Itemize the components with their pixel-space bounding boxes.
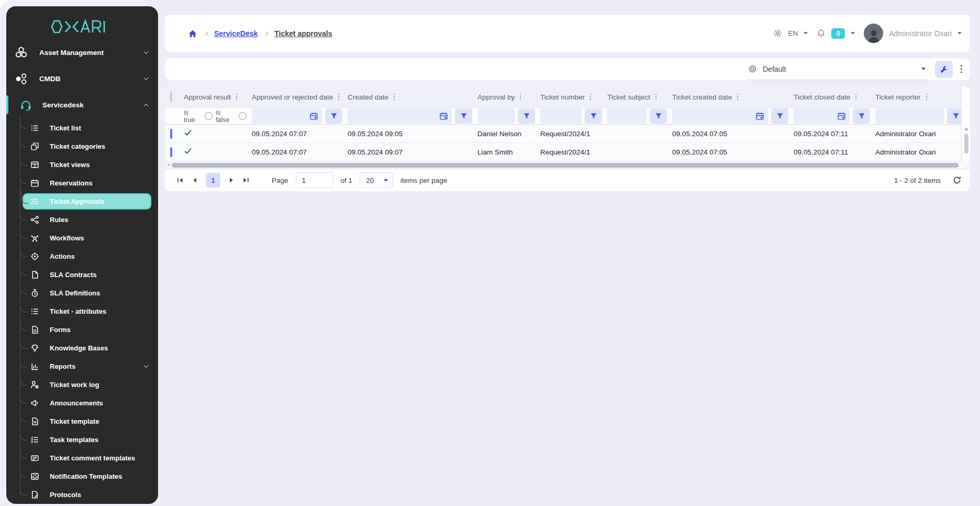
filter-button[interactable] — [853, 108, 870, 124]
column-menu-icon[interactable] — [926, 93, 928, 101]
last-page-icon[interactable] — [242, 177, 250, 184]
grid-filter-row: is true is false — [165, 108, 970, 125]
date-filter-input[interactable] — [794, 108, 850, 124]
sidebar-item-forms[interactable]: Forms — [6, 321, 158, 339]
filter-button[interactable] — [771, 108, 788, 124]
calendar-icon[interactable] — [309, 112, 318, 120]
column-menu-icon[interactable] — [519, 93, 521, 101]
sidebar-item-workflows[interactable]: Workflows — [6, 229, 158, 247]
breadcrumb-link-servicedesk[interactable]: ServiceDesk — [214, 29, 258, 38]
date-filter-input[interactable] — [348, 108, 452, 124]
sidebar-item-label: Ticket comment templates — [50, 454, 135, 462]
text-filter-input[interactable] — [607, 108, 647, 124]
first-page-icon[interactable] — [176, 177, 184, 184]
sidebar-item-label: Forms — [50, 326, 71, 334]
filter-ticket-created-date — [672, 108, 794, 124]
column-menu-icon[interactable] — [655, 93, 657, 101]
sidebar-item-cmdb[interactable]: CMDB — [6, 65, 158, 92]
bell-icon[interactable] — [817, 29, 826, 38]
sidebar-item-sla-contracts[interactable]: SLA Contracts — [6, 266, 158, 284]
table-row[interactable]: 09.05.2024 07:07 09.05.2024 09:07 Liam S… — [165, 143, 970, 161]
scroll-up-arrow[interactable] — [964, 127, 968, 130]
header-cell: Ticket number — [540, 93, 607, 101]
sidebar-item-ticket-list[interactable]: Ticket list — [6, 119, 158, 137]
sidebar-item-announcements[interactable]: Announcements — [6, 394, 158, 412]
header-cell: Ticket reporter — [875, 93, 970, 101]
radio-label: is true — [184, 109, 199, 124]
avatar[interactable] — [864, 24, 883, 43]
calendar-icon[interactable] — [439, 112, 448, 120]
calendar-icon[interactable] — [755, 112, 764, 120]
sidebar-item-servicedesk[interactable]: Servicedesk — [6, 92, 158, 118]
column-label: Ticket reporter — [875, 93, 921, 101]
previous-page-icon[interactable] — [191, 177, 198, 184]
filter-button[interactable] — [518, 108, 535, 124]
next-page-icon[interactable] — [228, 177, 235, 184]
horizontal-scrollbar — [165, 161, 970, 169]
current-page-button[interactable]: 1 — [206, 173, 220, 188]
sidebar-item-ticket-template[interactable]: Ticket template — [6, 412, 158, 431]
grid-settings-button[interactable] — [935, 61, 953, 78]
sidebar-item-reports[interactable]: Reports — [6, 357, 158, 376]
header-cell: Approval result — [184, 93, 252, 101]
sidebar-item-ticket-categories[interactable]: Ticket categories — [6, 137, 158, 156]
language-selector[interactable]: EN — [788, 29, 798, 37]
sidebar-item-reservations[interactable]: Reservations — [6, 174, 158, 192]
column-menu-icon[interactable] — [589, 93, 592, 101]
filter-button[interactable] — [650, 108, 667, 124]
scroll-left-arrow[interactable] — [167, 163, 170, 167]
page-size-select[interactable]: 20 — [360, 172, 393, 188]
sidebar-item-notification-templates[interactable]: Notification Templates — [6, 467, 158, 486]
view-selector-dropdown[interactable]: Default — [747, 59, 929, 80]
select-all-checkbox[interactable] — [170, 91, 172, 102]
text-filter-input[interactable] — [875, 108, 944, 124]
active-section-indicator — [6, 95, 8, 114]
sidebar-item-ticket-approvals[interactable]: Ticket Approvals — [23, 193, 151, 210]
column-label: Ticket number — [540, 93, 585, 101]
row-checkbox[interactable] — [170, 147, 172, 157]
filter-button[interactable] — [585, 108, 602, 124]
is-true-radio[interactable] — [205, 112, 213, 120]
sidebar-item-asset-management[interactable]: Asset Management — [6, 39, 158, 65]
column-menu-icon[interactable] — [236, 93, 238, 101]
sidebar-item-actions[interactable]: Actions — [6, 247, 158, 266]
sidebar-item-label: Workflows — [50, 234, 84, 242]
sidebar-item-ticket-work-log[interactable]: Ticket work log — [6, 376, 158, 394]
is-false-radio[interactable] — [239, 112, 247, 120]
sidebar-item-rules[interactable]: Rules — [6, 211, 158, 229]
column-label: Approval by — [477, 93, 515, 101]
column-menu-icon[interactable] — [855, 93, 857, 101]
cell-approval-by: Daniel Nelson — [477, 130, 540, 138]
sidebar-item-ticket-views[interactable]: Ticket views — [6, 156, 158, 174]
table-row[interactable]: 09.05.2024 07:07 09.05.2024 09:05 Daniel… — [165, 125, 970, 143]
date-filter-input[interactable] — [252, 108, 322, 124]
page-number-input[interactable]: 1 — [296, 172, 333, 188]
home-icon[interactable] — [188, 29, 197, 38]
horizontal-scrollbar-thumb[interactable] — [172, 163, 959, 168]
sidebar-item-task-templates[interactable]: Task templates — [6, 431, 158, 449]
sidebar-item-ticket-attributes[interactable]: Ticket - attributes — [6, 302, 158, 321]
cell-ticket-reporter: Administrator Oxari — [875, 148, 970, 156]
filter-button[interactable] — [455, 108, 472, 124]
sidebar-item-sla-definitions[interactable]: SLA Definitions — [6, 284, 158, 302]
sidebar-item-ticket-comment-templates[interactable]: Ticket comment templates — [6, 449, 158, 467]
column-menu-icon[interactable] — [338, 93, 340, 101]
column-menu-icon[interactable] — [737, 93, 739, 101]
column-menu-icon[interactable] — [393, 93, 395, 101]
breadcrumb-current-page[interactable]: Ticket approvals — [274, 29, 332, 38]
vertical-scrollbar-thumb[interactable] — [964, 134, 968, 153]
sidebar-item-knowledge-bases[interactable]: Knowledge Bases — [6, 339, 158, 357]
text-filter-input[interactable] — [477, 108, 515, 124]
gear-icon[interactable] — [773, 29, 782, 38]
refresh-icon[interactable] — [952, 175, 962, 185]
text-filter-input[interactable] — [540, 108, 582, 124]
kebab-menu-icon[interactable] — [960, 64, 963, 74]
list-icon — [30, 307, 39, 316]
filter-button[interactable] — [325, 108, 342, 124]
sidebar: OXARI Asset Management CMDB Servicedesk … — [6, 6, 158, 504]
sidebar-item-protocols[interactable]: Protocols — [6, 486, 158, 504]
date-filter-input[interactable] — [672, 108, 768, 124]
calendar-icon[interactable] — [837, 112, 846, 120]
user-name[interactable]: Administrator Oxari — [889, 29, 952, 38]
row-checkbox[interactable] — [170, 129, 172, 139]
